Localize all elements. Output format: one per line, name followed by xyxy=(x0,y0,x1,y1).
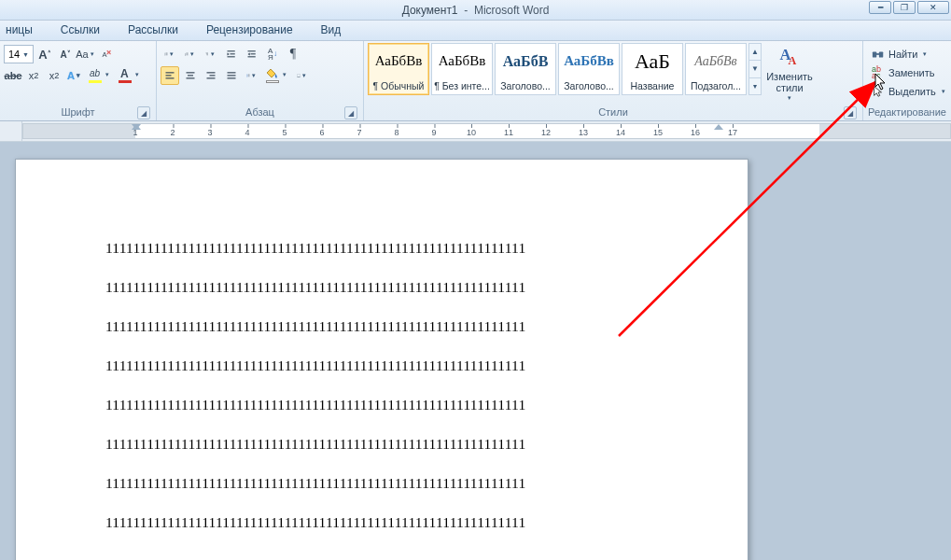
select-button[interactable]: Выделить▾ xyxy=(867,82,951,101)
tab-ницы[interactable]: ницы xyxy=(4,21,35,40)
svg-rect-24 xyxy=(166,77,175,78)
multilevel-list-button[interactable]: ▾ xyxy=(202,45,220,63)
shading-button[interactable]: ▾ xyxy=(263,66,282,85)
font-size-combo[interactable]: 14 ▼ xyxy=(4,45,34,63)
subscript-button[interactable]: x2 xyxy=(24,66,43,85)
ruler-area: 1234567891011121314151617 xyxy=(0,121,951,142)
find-label: Найти xyxy=(888,49,917,60)
right-indent-marker[interactable] xyxy=(714,124,723,130)
ruler-tick: 7 xyxy=(357,128,361,137)
gallery-expand[interactable]: ▾ xyxy=(749,78,761,94)
minimize-button[interactable]: ━ xyxy=(869,1,891,14)
text-line[interactable]: 1111111111111111111111111111111111111111… xyxy=(105,318,677,335)
svg-text:3: 3 xyxy=(185,55,186,56)
style-preview: АаБбВв xyxy=(432,44,492,78)
paragraph-group: ▾ 123▾ ▾ А Я↓ ¶ ▾ ▾ ▾ xyxy=(157,41,364,120)
svg-rect-27 xyxy=(187,77,195,78)
shrink-font-button[interactable]: A˅ xyxy=(56,45,75,63)
decrease-indent-button[interactable] xyxy=(222,45,241,63)
ruler-tick: 6 xyxy=(319,128,324,137)
increase-indent-button[interactable] xyxy=(243,45,261,63)
font-color-button[interactable]: A ▾ xyxy=(116,66,134,85)
tab-Вид[interactable]: Вид xyxy=(319,21,343,40)
gallery-scroll-down[interactable]: ▼ xyxy=(749,61,761,77)
horizontal-ruler[interactable]: 1234567891011121314151617 xyxy=(22,123,951,139)
align-left-button[interactable] xyxy=(161,66,179,85)
text-line[interactable]: 1111111111111111111111111111111111111111… xyxy=(105,357,677,374)
svg-point-3 xyxy=(164,54,165,55)
align-center-button[interactable] xyxy=(181,66,200,85)
justify-button[interactable] xyxy=(222,66,241,85)
gallery-scroll-up[interactable]: ▲ xyxy=(749,44,761,61)
svg-text:A: A xyxy=(103,50,107,59)
ruler-corner[interactable] xyxy=(0,121,22,141)
tab-Ссылки[interactable]: Ссылки xyxy=(59,21,102,40)
tab-Рецензирование[interactable]: Рецензирование xyxy=(204,21,295,40)
close-button[interactable]: ✕ xyxy=(917,1,949,14)
workspace: 1111111111111111111111111111111111111111… xyxy=(0,142,951,560)
styles-group-label: Стили ◢ xyxy=(368,105,859,120)
ruler-tick: 10 xyxy=(467,128,476,137)
find-button[interactable]: Найти▾ xyxy=(867,45,933,63)
sort-button[interactable]: А Я↓ xyxy=(263,45,282,63)
ruler-tick: 4 xyxy=(245,128,249,137)
line-spacing-button[interactable]: ▾ xyxy=(243,66,261,85)
svg-rect-30 xyxy=(207,77,216,78)
style-name: Подзагол... xyxy=(686,78,746,94)
text-line[interactable]: 1111111111111111111111111111111111111111… xyxy=(105,475,677,492)
style-item[interactable]: АаБбВвПодзагол... xyxy=(685,43,747,95)
grow-font-button[interactable]: A˄ xyxy=(35,45,54,63)
text-line[interactable]: 1111111111111111111111111111111111111111… xyxy=(105,397,677,413)
svg-rect-29 xyxy=(210,75,216,76)
paragraph-dialog-launcher[interactable]: ◢ xyxy=(344,106,357,119)
change-styles-button[interactable]: A A Изменить стили ▾ xyxy=(763,43,816,105)
window-title: Документ1 - Microsoft Word xyxy=(402,4,550,17)
text-line[interactable]: 1111111111111111111111111111111111111111… xyxy=(105,436,677,453)
svg-rect-32 xyxy=(228,75,236,76)
text-line[interactable]: 1111111111111111111111111111111111111111… xyxy=(105,279,677,296)
style-item[interactable]: АаБбВвЗаголово... xyxy=(558,43,620,95)
change-styles-icon: A A xyxy=(775,46,804,67)
text-line[interactable]: 1111111111111111111111111111111111111111… xyxy=(105,514,677,531)
svg-rect-31 xyxy=(228,72,236,73)
style-name: ¶ Обычный xyxy=(369,78,428,94)
style-preview: АаБбВв xyxy=(559,44,619,78)
document-page[interactable]: 1111111111111111111111111111111111111111… xyxy=(15,159,748,560)
style-name: Заголово... xyxy=(496,78,555,94)
ruler-tick: 9 xyxy=(431,128,436,137)
text-effects-button[interactable]: A▾ xyxy=(65,66,84,85)
hanging-indent-marker[interactable] xyxy=(132,124,141,138)
select-label: Выделить xyxy=(888,86,936,97)
align-right-button[interactable] xyxy=(202,66,220,85)
change-case-button[interactable]: Aa▾ xyxy=(77,45,95,63)
tab-Рассылки[interactable]: Рассылки xyxy=(126,21,180,40)
style-preview: АаБбВв xyxy=(369,44,428,78)
ruler-tick: 2 xyxy=(170,128,175,137)
ruler-tick: 12 xyxy=(541,128,551,137)
numbering-button[interactable]: 123▾ xyxy=(181,45,200,63)
borders-button[interactable]: ▾ xyxy=(293,66,312,85)
text-line[interactable]: 1111111111111111111111111111111111111111… xyxy=(105,240,677,257)
maximize-button[interactable]: ❐ xyxy=(893,1,916,14)
svg-rect-33 xyxy=(228,77,236,78)
font-dialog-launcher[interactable]: ◢ xyxy=(137,106,150,119)
style-item[interactable]: АаБбВЗаголово... xyxy=(495,43,556,95)
svg-rect-23 xyxy=(166,75,172,76)
ribbon: 14 ▼ A˄ A˅ Aa▾ A abc x2 x2 A▾ ab ▾ xyxy=(0,41,951,121)
superscript-button[interactable]: x2 xyxy=(45,66,63,85)
replace-icon: abac xyxy=(872,66,885,79)
strikethrough-button[interactable]: abc xyxy=(4,66,22,85)
style-item[interactable]: АаБбВв¶ Без инте... xyxy=(431,43,493,95)
editing-group-label: Редактирование xyxy=(867,105,947,120)
bullets-button[interactable]: ▾ xyxy=(161,45,179,63)
highlight-button[interactable]: ab ▾ xyxy=(86,66,105,85)
svg-rect-16 xyxy=(228,50,235,51)
styles-dialog-launcher[interactable]: ◢ xyxy=(844,106,857,119)
replace-button[interactable]: abac Заменить xyxy=(867,63,939,82)
show-marks-button[interactable]: ¶ xyxy=(284,45,302,63)
ruler-tick: 3 xyxy=(207,128,212,137)
clear-formatting-button[interactable]: A xyxy=(97,45,116,63)
titlebar: Документ1 - Microsoft Word ━ ❐ ✕ xyxy=(0,0,951,21)
style-item[interactable]: АаБНазвание xyxy=(622,43,683,95)
style-item[interactable]: АаБбВв¶ Обычный xyxy=(368,43,429,95)
